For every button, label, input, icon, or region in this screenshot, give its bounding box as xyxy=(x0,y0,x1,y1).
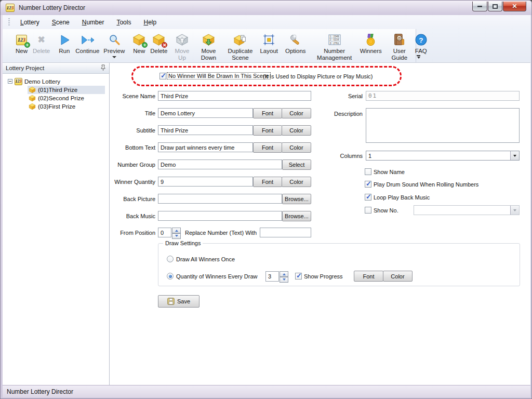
tree-item-third-prize[interactable]: (01)Third Prize xyxy=(28,86,105,94)
close-button[interactable]: ✕ xyxy=(503,2,526,11)
toolbar-continue-button[interactable]: Continue xyxy=(73,32,101,56)
progress-color-button[interactable]: Color xyxy=(383,271,413,282)
maximize-button[interactable] xyxy=(488,2,502,11)
no-winner-checkbox[interactable] xyxy=(159,73,166,79)
no-winner-label[interactable]: No Winner Will Be Drawn In This Scene xyxy=(167,73,270,79)
from-position-input[interactable] xyxy=(158,228,171,237)
menu-scene[interactable]: Scene xyxy=(46,17,76,28)
subtitle-color-button[interactable]: Color xyxy=(282,125,311,136)
tree-item-second-prize[interactable]: (02)Second Prize xyxy=(28,94,105,102)
show-progress-checkbox[interactable] xyxy=(295,273,302,280)
app-icon: 123 xyxy=(6,4,15,12)
menu-bar: Lottery Scene Number Tools Help xyxy=(3,15,530,29)
from-position-stepper[interactable] xyxy=(172,228,181,237)
toolbar-grip[interactable] xyxy=(8,18,10,26)
show-name-checkbox[interactable] xyxy=(365,168,371,175)
loop-play-back-music-checkbox[interactable] xyxy=(365,194,371,201)
number-group-select-button[interactable]: Select xyxy=(282,159,311,170)
winner-quantity-color-button[interactable]: Color xyxy=(282,177,311,187)
back-music-input[interactable] xyxy=(158,211,282,221)
tree-item-first-prize[interactable]: (03)First Prize xyxy=(28,102,105,111)
tree-root-row[interactable]: 123 Demo Lottery xyxy=(8,77,60,86)
winner-quantity-font-button[interactable]: Font xyxy=(253,177,282,187)
toolbar-new-lottery-button[interactable]: 123 + New xyxy=(12,32,31,56)
replace-number-input[interactable] xyxy=(260,228,311,237)
toolbar-move-up-button: Move Up xyxy=(169,32,194,62)
draw-all-winners-label[interactable]: Draw All Winners Once xyxy=(176,256,235,262)
spin-up-icon[interactable] xyxy=(280,271,288,277)
show-progress-label[interactable]: Show Progress xyxy=(304,273,343,280)
quantity-every-draw-radio[interactable] xyxy=(167,273,174,280)
toolbar-overflow-button[interactable] xyxy=(417,55,420,60)
toolbar-number-management-button[interactable]: 123234902162761 Number Management xyxy=(311,32,358,62)
scene-name-input[interactable] xyxy=(158,91,311,101)
winner-quantity-input[interactable] xyxy=(158,177,253,187)
magnifier-icon xyxy=(107,33,121,47)
quantity-stepper[interactable] xyxy=(280,271,288,282)
toolbar-new-scene-button[interactable]: + New xyxy=(130,32,148,56)
svg-text:2761: 2761 xyxy=(333,41,339,44)
show-no-checkbox[interactable] xyxy=(365,207,371,214)
play-drum-sound-checkbox[interactable] xyxy=(365,181,371,188)
serial-input xyxy=(366,91,520,101)
subtitle-font-button[interactable]: Font xyxy=(253,125,282,136)
show-name-label[interactable]: Show Name xyxy=(374,169,405,175)
spin-down-icon[interactable] xyxy=(280,277,288,283)
plus-badge-icon: + xyxy=(142,42,148,48)
bottom-text-color-button[interactable]: Color xyxy=(282,142,311,153)
chevron-down-icon[interactable] xyxy=(112,56,116,60)
plus-badge-icon: + xyxy=(24,42,30,48)
number-group-input[interactable] xyxy=(158,159,282,169)
tree-root-label[interactable]: Demo Lottery xyxy=(24,78,60,85)
close-icon: ✕ xyxy=(512,3,517,10)
bottom-text-font-button[interactable]: Font xyxy=(253,142,282,153)
toolbar-duplicate-scene-button[interactable]: Duplicate Scene xyxy=(222,32,258,62)
back-picture-input[interactable] xyxy=(158,194,282,204)
draw-settings-group xyxy=(158,243,520,286)
book-icon: @ xyxy=(392,33,406,47)
quantity-every-draw-label[interactable]: Quantity of Winners Every Draw xyxy=(176,273,258,280)
bottom-text-input[interactable] xyxy=(158,142,253,152)
menu-tools[interactable]: Tools xyxy=(110,17,137,28)
minimize-button[interactable] xyxy=(472,2,487,11)
toolbar-winners-button[interactable]: Winners xyxy=(358,32,384,56)
menu-lottery[interactable]: Lottery xyxy=(14,17,46,28)
menu-help[interactable]: Help xyxy=(137,17,163,28)
toolbar-faq-button[interactable]: ? FAQ xyxy=(412,32,430,56)
title-input[interactable] xyxy=(158,108,253,118)
quantity-input[interactable] xyxy=(265,271,279,282)
toolbar-layout-button[interactable]: Layout xyxy=(258,32,280,56)
pin-icon[interactable] xyxy=(100,64,106,72)
toolbar-move-down-button[interactable]: Move Down xyxy=(194,32,222,62)
columns-select[interactable]: 1 xyxy=(366,151,520,161)
menu-number[interactable]: Number xyxy=(76,17,111,28)
toolbar-run-button[interactable]: Run xyxy=(55,32,73,56)
status-text: Number Lottery Director xyxy=(7,388,73,395)
svg-text:0216: 0216 xyxy=(333,38,339,41)
title-bar[interactable]: 123 Number Lottery Director ✕ xyxy=(1,1,532,15)
save-button[interactable]: Save xyxy=(158,295,200,308)
toolbar-user-guide-button[interactable]: @ User Guide xyxy=(387,32,412,62)
description-textarea[interactable] xyxy=(366,108,520,143)
spin-up-icon[interactable] xyxy=(172,228,181,233)
window-title: Number Lottery Director xyxy=(19,4,85,11)
spin-down-icon[interactable] xyxy=(172,233,181,239)
x-badge-icon: ✕ xyxy=(162,42,167,48)
floppy-disk-icon xyxy=(167,298,175,305)
draw-all-winners-radio[interactable] xyxy=(167,256,174,262)
toolbar-delete-scene-button[interactable]: ✕ Delete xyxy=(148,32,169,56)
progress-font-button[interactable]: Font xyxy=(354,271,383,282)
toolbar-options-button[interactable]: Options xyxy=(283,32,308,56)
subtitle-input[interactable] xyxy=(158,125,253,135)
chevron-down-icon[interactable] xyxy=(510,151,519,160)
toolbar-preview-button[interactable]: Preview xyxy=(101,32,127,61)
back-picture-browse-button[interactable]: Browse... xyxy=(282,194,311,204)
title-color-button[interactable]: Color xyxy=(282,108,311,118)
show-no-label[interactable]: Show No. xyxy=(374,207,398,214)
back-music-browse-button[interactable]: Browse... xyxy=(282,211,311,221)
tree-collapse-icon[interactable] xyxy=(8,79,12,84)
play-drum-sound-label[interactable]: Play Drum Sound When Rolling Numbers xyxy=(374,181,478,188)
new-lottery-icon: 123 + xyxy=(15,33,29,47)
title-font-button[interactable]: Font xyxy=(253,108,282,118)
loop-play-back-music-label[interactable]: Loop Play Back Music xyxy=(374,194,430,201)
